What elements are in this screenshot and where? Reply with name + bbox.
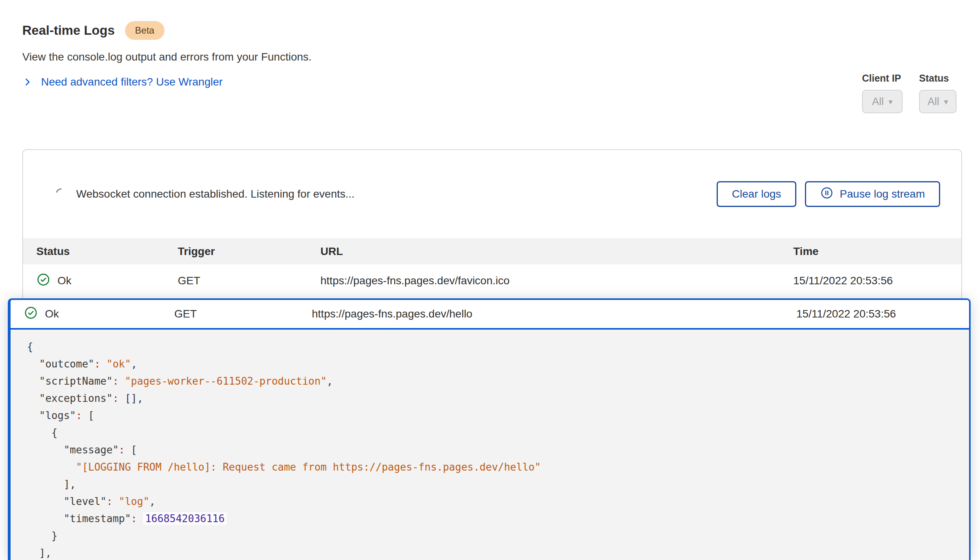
status-dropdown[interactable]: All ▾ xyxy=(919,90,957,113)
json-token: : xyxy=(94,358,100,370)
json-token: "ok" xyxy=(107,358,131,370)
wrangler-link-label: Need advanced filters? Use Wrangler xyxy=(41,76,223,88)
json-token: , xyxy=(131,358,137,370)
json-line: "message": [ xyxy=(27,441,961,458)
pause-icon xyxy=(820,186,833,202)
column-header-time: Time xyxy=(793,245,961,258)
json-token: "scriptName" xyxy=(39,375,113,387)
status-filter-label: Status xyxy=(919,73,949,84)
json-line: "scriptName": "pages-worker--611502-prod… xyxy=(27,373,961,390)
page-title: Real-time Logs xyxy=(22,23,115,38)
pause-log-stream-button[interactable]: Pause log stream xyxy=(805,181,940,207)
status-value: Ok xyxy=(57,275,72,287)
json-line: "level": "log", xyxy=(27,493,961,510)
json-token: : xyxy=(119,444,125,456)
json-token: "log" xyxy=(119,496,149,507)
json-line: "logs": [ xyxy=(27,407,961,424)
status-cell: Ok xyxy=(24,306,174,323)
json-token xyxy=(27,496,64,507)
json-token: : xyxy=(76,410,82,421)
spinner-icon xyxy=(55,187,67,201)
json-token xyxy=(27,410,39,421)
json-token xyxy=(27,375,39,387)
json-token xyxy=(137,513,143,524)
pause-log-stream-label: Pause log stream xyxy=(840,188,925,200)
json-token xyxy=(119,375,125,387)
json-token xyxy=(100,358,107,370)
wrangler-link[interactable]: Need advanced filters? Use Wrangler xyxy=(22,76,223,88)
check-circle-icon xyxy=(24,306,38,323)
json-token: : xyxy=(107,496,113,507)
json-line: "timestamp": 1668542036116 xyxy=(27,510,961,527)
column-header-url: URL xyxy=(320,245,793,258)
trigger-value: GET xyxy=(174,308,312,320)
json-token xyxy=(27,444,64,456)
json-line: } xyxy=(27,527,961,544)
status-filter-value: All xyxy=(928,96,939,108)
status-filter: Status All ▾ xyxy=(919,73,957,113)
logs-toolbar: Websocket connection established. Listen… xyxy=(23,150,961,238)
check-circle-icon xyxy=(36,273,50,289)
json-token: ], xyxy=(27,547,52,559)
json-token: "outcome" xyxy=(39,358,94,370)
client-ip-value: All xyxy=(872,96,884,108)
chevron-down-icon: ▾ xyxy=(944,98,948,106)
page-header: Real-time Logs Beta xyxy=(22,21,165,40)
json-token xyxy=(27,461,76,473)
status-cell: Ok xyxy=(36,273,178,289)
json-line: { xyxy=(27,424,961,441)
clear-logs-label: Clear logs xyxy=(732,188,781,200)
expanded-row-header[interactable]: Ok GET https://pages-fns.pages.dev/hello… xyxy=(11,300,969,330)
json-line: ], xyxy=(27,476,961,493)
json-token: "[LOGGING FROM /hello]: Request came fro… xyxy=(76,461,541,473)
json-token: : xyxy=(113,392,119,404)
json-token: "message" xyxy=(64,444,119,456)
json-token: ], xyxy=(27,478,76,490)
json-token: { xyxy=(27,341,33,353)
json-token: [], xyxy=(119,392,143,404)
json-line: "exceptions": [], xyxy=(27,390,961,407)
client-ip-filter: Client IP All ▾ xyxy=(862,73,903,113)
beta-badge: Beta xyxy=(125,21,165,40)
json-token xyxy=(27,392,39,404)
json-line: { xyxy=(27,338,961,355)
json-token: "exceptions" xyxy=(39,392,113,404)
json-line: ], xyxy=(27,544,961,560)
trigger-value: GET xyxy=(178,275,320,287)
json-token: , xyxy=(327,375,333,387)
page-subtitle: View the console.log output and errors f… xyxy=(22,51,311,63)
table-row[interactable]: Ok GET https://pages-fns.pages.dev/favic… xyxy=(23,264,961,297)
realtime-logs-page: Real-time Logs Beta View the console.log… xyxy=(0,0,980,560)
json-token: "logs" xyxy=(39,410,76,421)
filter-bar: Client IP All ▾ Status All ▾ xyxy=(862,73,957,113)
json-token: 1668542036116 xyxy=(143,512,227,525)
json-line: "outcome": "ok", xyxy=(27,355,961,373)
chevron-down-icon: ▾ xyxy=(889,98,893,106)
json-token: "pages-worker--611502-production" xyxy=(125,375,327,387)
json-token xyxy=(113,496,119,507)
json-token: , xyxy=(149,496,156,507)
json-token: { xyxy=(27,427,57,439)
json-token: } xyxy=(27,530,57,542)
json-token: : xyxy=(131,513,137,524)
chevron-right-icon xyxy=(22,77,32,87)
json-token xyxy=(27,513,64,524)
column-header-trigger: Trigger xyxy=(178,245,320,258)
time-value: 15/11/2022 20:53:56 xyxy=(796,308,969,320)
json-token: "level" xyxy=(64,496,107,507)
url-value: https://pages-fns.pages.dev/favicon.ico xyxy=(320,275,793,287)
expanded-log-entry: Ok GET https://pages-fns.pages.dev/hello… xyxy=(8,298,971,560)
clear-logs-button[interactable]: Clear logs xyxy=(717,181,796,207)
table-header-row: Status Trigger URL Time xyxy=(23,238,961,264)
json-token xyxy=(27,358,39,370)
json-line: "[LOGGING FROM /hello]: Request came fro… xyxy=(27,458,961,476)
status-value: Ok xyxy=(45,308,59,320)
json-token: [ xyxy=(125,444,137,456)
json-token: [ xyxy=(82,410,94,421)
json-token: : xyxy=(113,375,119,387)
url-value: https://pages-fns.pages.dev/hello xyxy=(312,308,796,320)
time-value: 15/11/2022 20:53:56 xyxy=(793,275,961,287)
websocket-status-message: Websocket connection established. Listen… xyxy=(76,188,354,200)
client-ip-label: Client IP xyxy=(862,73,901,84)
client-ip-dropdown[interactable]: All ▾ xyxy=(862,90,903,113)
